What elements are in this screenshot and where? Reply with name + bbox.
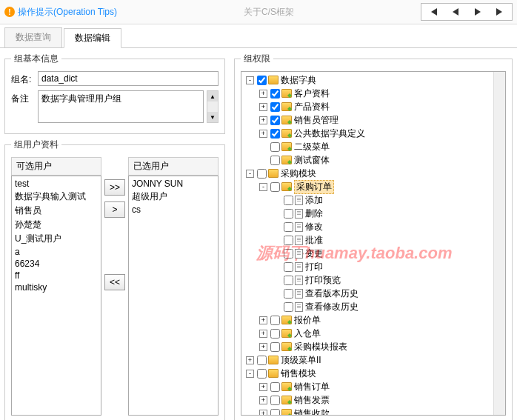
- collapse-icon[interactable]: -: [246, 370, 254, 378]
- tree-label[interactable]: 销售模块: [281, 367, 316, 380]
- tree-checkbox[interactable]: [284, 209, 293, 219]
- tree-row[interactable]: -采购订单: [243, 180, 504, 193]
- expand-icon[interactable]: +: [259, 90, 267, 98]
- expand-icon[interactable]: +: [259, 103, 267, 111]
- list-item[interactable]: 销售员: [15, 204, 98, 218]
- tree-label[interactable]: 查看版本历史: [305, 287, 358, 300]
- expand-icon[interactable]: +: [259, 343, 267, 351]
- tree-row[interactable]: 测试窗体: [243, 153, 504, 167]
- tree-checkbox[interactable]: [284, 196, 293, 205]
- nav-first-button[interactable]: [423, 5, 444, 19]
- tree-checkbox[interactable]: [270, 89, 280, 99]
- tree-label[interactable]: 采购订单: [294, 180, 334, 194]
- expand-icon[interactable]: +: [259, 116, 267, 124]
- tree-label[interactable]: 采购模块: [281, 167, 316, 180]
- tree-row[interactable]: -销售模块: [243, 367, 504, 380]
- tree-label[interactable]: 添加: [305, 194, 323, 207]
- collapse-icon[interactable]: -: [259, 183, 267, 191]
- scroll-down-icon[interactable]: ▼: [207, 112, 218, 122]
- tree-row[interactable]: +销售员管理: [243, 113, 504, 127]
- tab-data-query[interactable]: 数据查询: [4, 27, 62, 47]
- tree-row[interactable]: 添加: [243, 193, 504, 207]
- tree-checkbox[interactable]: [270, 316, 280, 325]
- selected-users-list[interactable]: JONNY SUN超级用户cs: [128, 176, 219, 416]
- tree-checkbox[interactable]: [284, 302, 293, 312]
- tree-checkbox[interactable]: [270, 396, 280, 405]
- list-item[interactable]: JONNY SUN: [132, 178, 215, 190]
- tree-checkbox[interactable]: [270, 329, 280, 339]
- tree-label[interactable]: 公共数据字典定义: [294, 127, 365, 140]
- tree-row[interactable]: +公共数据字典定义: [243, 127, 504, 140]
- tree-label[interactable]: 二级菜单: [294, 141, 330, 153]
- tree-row[interactable]: 修改: [243, 220, 504, 233]
- tree-checkbox[interactable]: [270, 142, 280, 152]
- tree-scrollbar[interactable]: [493, 72, 505, 415]
- operation-tips-link[interactable]: 操作提示(Operation Tips): [18, 6, 117, 19]
- tree-checkbox[interactable]: [257, 369, 267, 379]
- nav-next-button[interactable]: [467, 5, 488, 19]
- add-one-button[interactable]: >: [104, 201, 125, 218]
- nav-last-button[interactable]: [490, 5, 510, 19]
- list-item[interactable]: test: [15, 178, 98, 190]
- tree-label[interactable]: 测试窗体: [294, 154, 330, 167]
- tree-label[interactable]: 打印预览: [305, 274, 341, 287]
- list-item[interactable]: multisky: [15, 281, 98, 293]
- tree-row[interactable]: 查看修改历史: [243, 300, 504, 313]
- tree-label[interactable]: 数据字典: [281, 74, 316, 87]
- tree-row[interactable]: -采购模块: [243, 167, 504, 180]
- tree-row[interactable]: -数据字典: [243, 73, 504, 87]
- expand-icon[interactable]: +: [259, 410, 267, 416]
- tree-checkbox[interactable]: [257, 356, 267, 365]
- tree-row[interactable]: +报价单: [243, 313, 504, 327]
- collapse-icon[interactable]: -: [246, 76, 254, 84]
- tree-row[interactable]: 查看版本历史: [243, 287, 504, 300]
- tree-row[interactable]: 批准: [243, 233, 504, 247]
- tree-row[interactable]: 打印: [243, 260, 504, 273]
- tree-checkbox[interactable]: [284, 222, 293, 232]
- expand-icon[interactable]: +: [259, 396, 267, 404]
- tree-label[interactable]: 查看修改历史: [305, 301, 358, 313]
- tree-row[interactable]: +入仓单: [243, 327, 504, 340]
- tree-row[interactable]: 变更: [243, 247, 504, 260]
- tree-checkbox[interactable]: [284, 249, 293, 259]
- list-item[interactable]: cs: [132, 204, 215, 216]
- tree-label[interactable]: 报价单: [294, 314, 321, 327]
- tree-checkbox[interactable]: [270, 102, 280, 112]
- tree-row[interactable]: +顶级菜单II: [243, 353, 504, 367]
- tree-checkbox[interactable]: [284, 276, 293, 285]
- scroll-up-icon[interactable]: ▲: [207, 91, 218, 101]
- tree-label[interactable]: 客户资料: [294, 87, 330, 100]
- tree-row[interactable]: +客户资料: [243, 87, 504, 100]
- tree-row[interactable]: +产品资料: [243, 100, 504, 113]
- add-all-button[interactable]: >>: [104, 179, 125, 196]
- tree-checkbox[interactable]: [284, 236, 293, 245]
- tree-label[interactable]: 入仓单: [294, 327, 321, 340]
- tree-checkbox[interactable]: [270, 342, 280, 352]
- tree-row[interactable]: 二级菜单: [243, 140, 504, 153]
- tree-checkbox[interactable]: [270, 116, 280, 125]
- group-note-textarea[interactable]: [38, 90, 204, 123]
- list-item[interactable]: a: [15, 246, 98, 258]
- tree-checkbox[interactable]: [270, 129, 280, 139]
- list-item[interactable]: 超级用户: [132, 190, 215, 204]
- tree-label[interactable]: 产品资料: [294, 101, 330, 113]
- tree-checkbox[interactable]: [270, 409, 280, 416]
- collapse-icon[interactable]: -: [246, 170, 254, 178]
- expand-icon[interactable]: +: [259, 383, 267, 391]
- tree-checkbox[interactable]: [284, 289, 293, 299]
- tree-row[interactable]: +销售订单: [243, 380, 504, 393]
- tree-label[interactable]: 删除: [305, 207, 323, 220]
- tree-label[interactable]: 销售员管理: [294, 114, 338, 127]
- group-name-input[interactable]: [38, 71, 219, 86]
- tree-label[interactable]: 修改: [305, 221, 323, 233]
- tree-label[interactable]: 变更: [305, 247, 323, 260]
- tree-checkbox[interactable]: [270, 156, 280, 165]
- tree-checkbox[interactable]: [257, 76, 267, 85]
- tree-row[interactable]: 打印预览: [243, 273, 504, 287]
- expand-icon[interactable]: +: [246, 356, 254, 364]
- tree-label[interactable]: 销售订单: [294, 381, 330, 393]
- list-item[interactable]: U_测试用户: [15, 232, 98, 246]
- available-users-list[interactable]: test数据字典输入测试销售员孙楚楚U_测试用户a66234ffmultisky: [11, 176, 101, 416]
- tree-label[interactable]: 采购模块报表: [294, 341, 347, 353]
- list-item[interactable]: 孙楚楚: [15, 218, 98, 232]
